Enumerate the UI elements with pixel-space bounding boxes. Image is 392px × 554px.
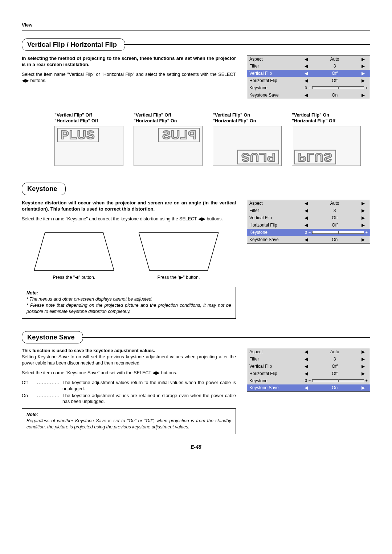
osd-row-label: Keystone <box>247 229 300 236</box>
osd-row: Filter◀3▶ <box>247 355 370 363</box>
def-row: On..............The keystone adjustment … <box>22 393 236 405</box>
left-arrow-icon: ◀ <box>300 207 313 214</box>
section-keystone-title: Keystone <box>22 183 370 195</box>
osd-row-value: Off <box>313 214 357 221</box>
osd-row-value: Off <box>313 221 357 229</box>
header-rule <box>22 30 370 30</box>
flip-example: "Vertical Flip" On"Horizontal Flip" OnPL… <box>213 112 282 166</box>
section-keystone-save-rule <box>82 337 370 338</box>
ksave-note-text: Regardless of whether Keystone Save is s… <box>26 418 231 430</box>
left-arrow-icon: ◀ <box>300 355 313 363</box>
osd-row-label: Filter <box>247 355 300 363</box>
osd-row-label: Aspect <box>247 55 300 62</box>
right-arrow-icon: ▶ <box>356 207 370 214</box>
kd-left-cap-a: Press the " <box>53 275 75 280</box>
keystone-diagram-left: Press the "◀" button. <box>30 229 118 281</box>
osd-row-label: Keystone Save <box>247 384 300 392</box>
minus-icon: − <box>309 378 311 383</box>
left-arrow-icon: ◀ <box>75 275 78 280</box>
osd-slider-value: 0 <box>302 378 307 383</box>
right-arrow-icon: ▶ <box>356 363 370 370</box>
section-keystone-rule <box>64 189 370 189</box>
ksave-body: Select the item name "Keystone Save" and… <box>22 370 236 376</box>
minus-icon: − <box>309 85 311 91</box>
osd-slider-bar <box>312 231 364 234</box>
right-arrow-icon: ▶ <box>356 91 370 99</box>
keystone-body-b: buttons. <box>205 216 223 221</box>
def-dots: .............. <box>37 380 62 392</box>
osd-row: Keystone0−+ <box>247 377 370 384</box>
osd-row-value: Auto <box>313 348 357 355</box>
flip-example-box: PLUS <box>134 126 203 166</box>
right-arrow-icon: ▶ <box>356 77 370 84</box>
def-text: The keystone adjustment values return to… <box>62 380 236 392</box>
flip-example-label: "Vertical Flip" On"Horizontal Flip" Off <box>292 112 361 124</box>
osd-row: Vertical Flip◀Off▶ <box>247 214 370 221</box>
page-section-label: View <box>22 22 370 28</box>
svg-marker-0 <box>34 232 114 270</box>
osd-row-value: Off <box>313 370 357 377</box>
left-arrow-icon: ◀ <box>300 236 313 243</box>
osd-row-label: Vertical Flip <box>247 214 300 221</box>
osd-row-label: Filter <box>247 207 300 214</box>
osd-slider-bar <box>312 379 364 382</box>
left-arrow-icon: ◀ <box>300 55 313 62</box>
minus-icon: − <box>309 230 311 235</box>
osd-row-value: Off <box>313 70 357 77</box>
osd-slider-value: 0 <box>302 85 307 91</box>
ksave-intro: This function is used to save the keysto… <box>22 348 155 353</box>
ksave-note-heading: Note: <box>26 412 231 418</box>
osd-slider-bar <box>312 86 364 89</box>
ksave-defs: Off..............The keystone adjustment… <box>22 380 236 405</box>
flip-example: "Vertical Flip" On"Horizontal Flip" OffP… <box>292 112 361 166</box>
osd-row-value: Auto <box>313 200 357 207</box>
keystone-intro: Keystone distortion will occur when the … <box>22 200 236 212</box>
plus-logo: PLUS <box>57 128 99 142</box>
osd-row: Keystone Save◀On▶ <box>247 384 370 392</box>
keystone-diagram-row: Press the "◀" button. Press the "▶" butt… <box>30 229 236 281</box>
def-row: Off..............The keystone adjustment… <box>22 380 236 392</box>
kd-right-cap-b: " button. <box>183 275 200 280</box>
right-arrow-icon: ▶ <box>356 355 370 363</box>
flip-body-b: buttons. <box>29 78 46 83</box>
osd-row: Filter◀3▶ <box>247 62 370 70</box>
flip-body: Select the item name "Vertical Flip" or … <box>22 72 236 84</box>
right-arrow-icon: ▶ <box>356 70 370 77</box>
left-arrow-icon: ◀ <box>300 214 313 221</box>
osd-row: Vertical Flip◀Off▶ <box>247 70 370 77</box>
ksave-note-box: Note: Regardless of whether Keystone Sav… <box>22 408 236 434</box>
osd-row: Keystone Save◀On▶ <box>247 91 370 99</box>
right-arrow-icon: ▶ <box>356 200 370 207</box>
plus-logo: PLUS <box>237 150 279 164</box>
kd-left-cap-b: " button. <box>78 275 95 280</box>
flip-example-label: "Vertical Flip" Off"Horizontal Flip" Off <box>54 112 123 124</box>
osd-row-value: On <box>313 236 357 243</box>
left-arrow-icon: ◀ <box>300 70 313 77</box>
plus-logo: PLUS <box>158 128 200 142</box>
osd-slider-cell: 0−+ <box>300 84 370 91</box>
left-arrow-icon: ◀ <box>300 221 313 229</box>
select-lr-icon: ◀▶ <box>22 78 29 83</box>
osd-row: Keystone Save◀On▶ <box>247 236 370 243</box>
osd-row-value: On <box>313 384 357 392</box>
osd-row-value: Off <box>313 77 357 84</box>
osd-row: Vertical Flip◀Off▶ <box>247 363 370 370</box>
osd-row: Aspect◀Auto▶ <box>247 200 370 207</box>
ksave-intro-block: This function is used to save the keysto… <box>22 348 236 366</box>
flip-example-box: PLUS <box>54 126 123 166</box>
osd-row-label: Horizontal Flip <box>247 370 300 377</box>
section-keystone-save-pill: Keystone Save <box>22 331 83 343</box>
flip-example: "Vertical Flip" Off"Horizontal Flip" Off… <box>54 112 123 166</box>
keystone-body: Select the item name "Keystone" and corr… <box>22 216 236 222</box>
ksave-body-a: Select the item name "Keystone Save" and… <box>22 370 152 375</box>
right-arrow-icon: ▶ <box>356 384 370 392</box>
section-keystone-pill: Keystone <box>22 183 66 195</box>
osd-menu-keystone-save: Aspect◀Auto▶Filter◀3▶Vertical Flip◀Off▶H… <box>247 348 370 392</box>
select-lr-icon: ◀▶ <box>152 370 160 375</box>
def-term: On <box>22 393 37 405</box>
left-arrow-icon: ◀ <box>300 91 313 99</box>
section-flip-title: Vertical Flip / Horizontal Flip <box>22 38 370 51</box>
flip-example-label: "Vertical Flip" On"Horizontal Flip" On <box>213 112 282 124</box>
keystone-body-a: Select the item name "Keystone" and corr… <box>22 216 198 221</box>
ksave-para: Setting Keystone Save to on will set the… <box>22 354 236 366</box>
